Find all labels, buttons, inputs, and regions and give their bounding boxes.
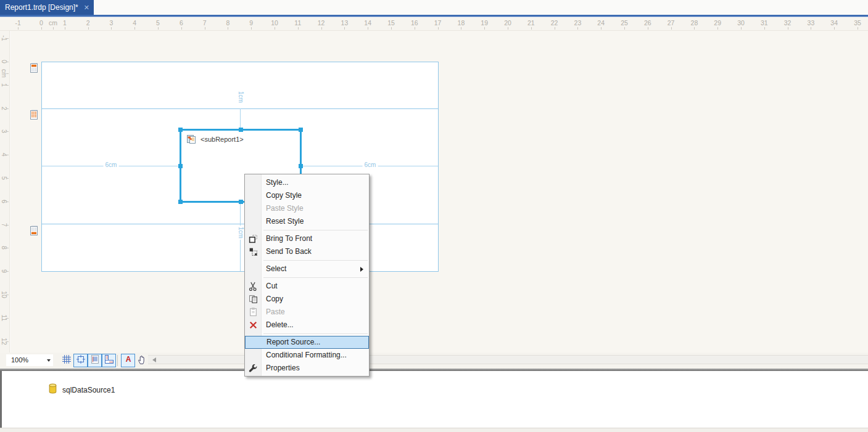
toolbar-separator — [117, 355, 118, 366]
menu-item-properties[interactable]: Properties — [245, 362, 369, 375]
toolbar-button-show-grid[interactable] — [59, 354, 73, 367]
selection-handle[interactable] — [178, 128, 183, 132]
ruler-tick — [205, 27, 205, 30]
menu-item-bring-to-front[interactable]: Bring To Front — [245, 232, 369, 245]
zoom-combobox[interactable]: 100% — [6, 354, 53, 366]
h-ruler-label: 31 — [761, 19, 768, 26]
ruler-tick — [344, 27, 345, 30]
h-ruler-label: 20 — [504, 19, 511, 26]
horizontal-ruler: -10cm12345678910111213141516171819202122… — [0, 17, 868, 31]
menu-item-copy-style[interactable]: Copy Style — [245, 189, 369, 202]
h-ruler-label: 34 — [830, 19, 838, 26]
selection-handle[interactable] — [178, 164, 183, 168]
h-ruler-label: 2 — [86, 19, 90, 26]
menu-item-copy[interactable]: Copy — [245, 293, 369, 306]
ruler-tick — [834, 27, 835, 30]
ruler-tick — [6, 73, 9, 74]
section-selector-page-footer[interactable] — [29, 225, 39, 237]
context-menu: Style...Copy StylePaste StyleReset Style… — [244, 174, 370, 377]
h-ruler-label: 26 — [644, 19, 651, 26]
h-ruler-label: 12 — [318, 19, 325, 26]
h-ruler-label: 8 — [226, 19, 229, 26]
menu-item-conditional-formatting[interactable]: Conditional Formatting... — [245, 349, 369, 362]
selection-handle[interactable] — [239, 128, 243, 132]
page-footer-icon — [29, 228, 39, 238]
h-ruler-label: 17 — [434, 19, 442, 26]
toolbar-button-show-rulers[interactable] — [102, 354, 116, 367]
send-to-back-icon — [248, 247, 258, 257]
toolbar-button-snap-to-grid[interactable] — [73, 354, 88, 367]
design-surface[interactable]: 6cm6cm1cm1cm<subReport1> — [10, 31, 868, 353]
tab-report1-design[interactable]: Report1.trdp [Design]* ✕ — [0, 0, 94, 15]
h-ruler-label: 3 — [109, 19, 113, 26]
h-ruler-label: 35 — [854, 19, 861, 26]
selection-handle[interactable] — [239, 200, 243, 204]
h-ruler-label: 29 — [714, 19, 721, 26]
report-designer-window: Report1.trdp [Design]* ✕ -10cm1234567891… — [0, 0, 868, 432]
h-ruler-label: 13 — [341, 19, 349, 26]
tab-title: Report1.trdp [Design]* — [5, 3, 78, 12]
selection-handle[interactable] — [299, 128, 303, 132]
selection-handle[interactable] — [178, 200, 183, 204]
measure-label-bottom: 1cm — [238, 226, 244, 240]
menu-item-label: Bring To Front — [266, 234, 312, 243]
ruler-tick — [6, 62, 9, 62]
selection-handle[interactable] — [299, 164, 303, 168]
scroll-left-arrow-icon[interactable] — [152, 357, 156, 362]
font-a-icon: A — [123, 354, 133, 367]
subreport-label: <subReport1> — [200, 136, 244, 143]
ruler-tick — [415, 27, 415, 30]
page-header-icon — [29, 65, 39, 76]
ruler-tick — [671, 27, 672, 30]
report-design-layer: 6cm6cm1cm1cm<subReport1> — [10, 31, 868, 353]
ruler-tick — [251, 27, 252, 30]
ruler-tick — [717, 27, 718, 30]
tab-close-icon[interactable]: ✕ — [84, 4, 89, 12]
ruler-tick — [577, 27, 578, 30]
ruler-tick — [531, 27, 532, 30]
ruler-tick — [228, 27, 228, 30]
menu-item-send-to-back[interactable]: Send To Back — [245, 245, 369, 258]
menu-item-reset-style[interactable]: Reset Style — [245, 215, 369, 228]
section-selector-detail[interactable] — [29, 109, 39, 121]
menu-item-label: Delete... — [266, 320, 294, 329]
menu-item-delete[interactable]: Delete... — [245, 319, 369, 332]
h-ruler-label: 15 — [387, 19, 395, 26]
ruler-tick — [484, 27, 485, 30]
svg-text:A: A — [125, 355, 131, 364]
ruler-tick — [6, 248, 9, 248]
chevron-down-icon[interactable] — [47, 359, 51, 362]
menu-item-label: Paste — [266, 308, 285, 316]
menu-item-paste: Paste — [245, 306, 369, 319]
section-selector-page-header[interactable] — [29, 62, 39, 74]
menu-item-select[interactable]: Select — [245, 263, 369, 275]
menu-item-style[interactable]: Style... — [245, 176, 369, 189]
menu-item-report-source[interactable]: Report Source... — [245, 336, 369, 349]
menu-item-label: Style... — [266, 178, 289, 187]
toolbar-button-pan-tool[interactable] — [135, 354, 149, 367]
delete-icon — [248, 320, 258, 330]
bring-to-front-icon — [248, 234, 258, 244]
menu-item-label: Reset Style — [266, 217, 304, 226]
ruler-tick — [6, 341, 9, 342]
menu-separator — [263, 260, 368, 261]
grid-icon — [62, 354, 72, 367]
ruler-tick — [6, 38, 9, 39]
h-ruler-label: 7 — [203, 19, 207, 26]
h-ruler-label: 0 — [39, 19, 43, 26]
menu-item-label: Copy — [266, 295, 283, 303]
ruler-tick — [624, 27, 625, 30]
ruler-tick — [391, 27, 392, 30]
ruler-tick — [648, 27, 648, 30]
toolbar-button-font-preview[interactable]: A — [121, 354, 135, 367]
h-ruler-label: 1 — [63, 19, 67, 26]
datasource-item[interactable]: sqlDataSource1 — [48, 383, 115, 396]
toolbar-button-snap-lines[interactable] — [88, 354, 102, 367]
menu-item-cut[interactable]: Cut — [245, 280, 369, 293]
ruler-tick — [321, 27, 322, 30]
menu-item-label: Conditional Formatting... — [266, 351, 347, 359]
h-ruler-label: 24 — [597, 19, 605, 26]
h-ruler-label: 28 — [691, 19, 698, 26]
menu-item-label: Paste Style — [266, 204, 304, 213]
detail-icon — [29, 112, 39, 123]
